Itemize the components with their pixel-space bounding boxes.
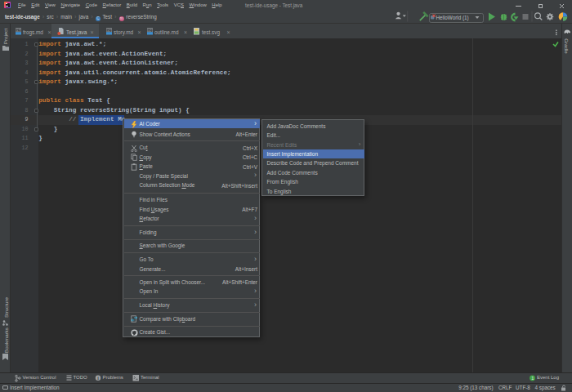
svg-text:×: ×	[184, 29, 187, 35]
svg-text:HelloWorld (1): HelloWorld (1)	[436, 15, 469, 21]
svg-text:outline.md: outline.md	[154, 29, 179, 35]
svg-text:×: ×	[48, 29, 51, 35]
svg-text:×: ×	[138, 29, 141, 35]
svg-text:1: 1	[531, 376, 534, 381]
svg-text:story.md: story.md	[114, 29, 133, 36]
svg-text:×: ×	[91, 29, 94, 35]
svg-text:frogs.md: frogs.md	[23, 29, 43, 36]
svg-text:Test.java: Test.java	[66, 29, 87, 36]
svg-text:test.svg: test.svg	[202, 29, 220, 36]
svg-text:×: ×	[227, 29, 230, 35]
